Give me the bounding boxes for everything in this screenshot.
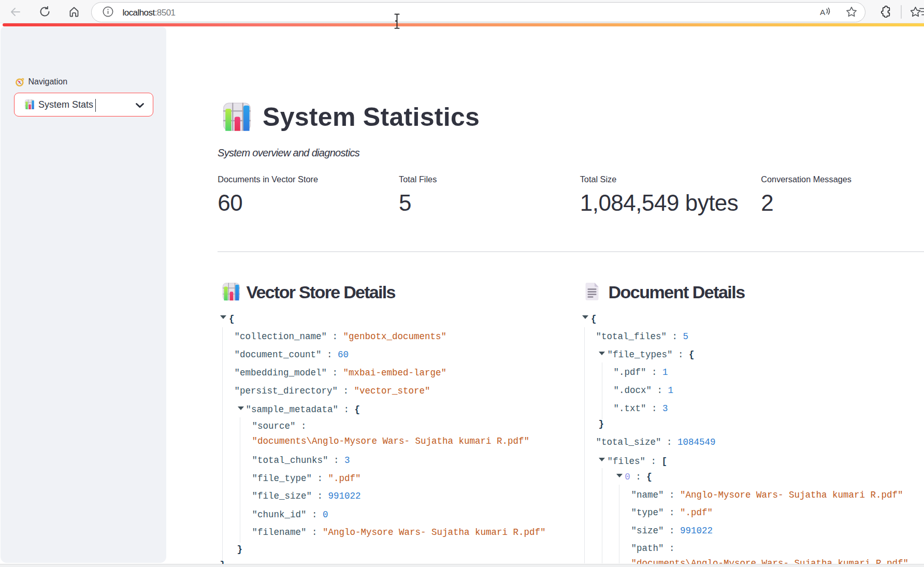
svg-text:A: A <box>820 8 826 17</box>
